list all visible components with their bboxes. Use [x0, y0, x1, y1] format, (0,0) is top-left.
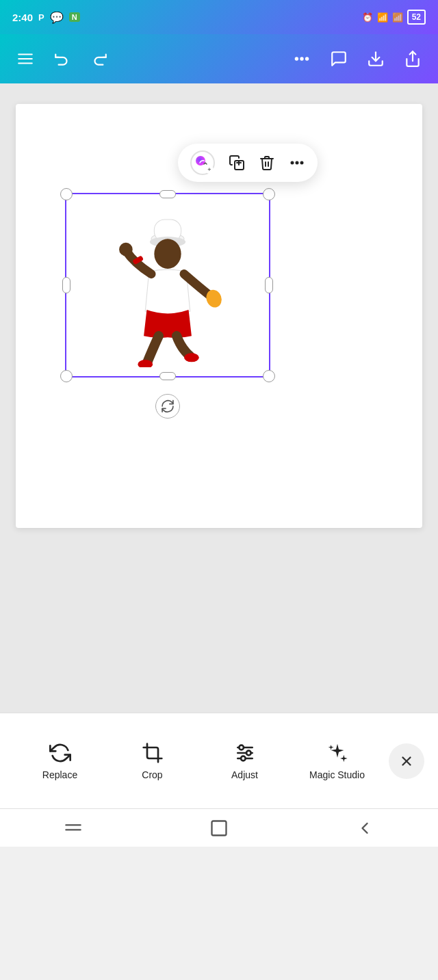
svg-point-3	[296, 57, 298, 59]
sparkle-icon	[326, 742, 348, 764]
ai-magic-button[interactable]: +	[190, 150, 215, 175]
duplicate-button[interactable]	[229, 155, 245, 171]
handle-top-left[interactable]	[60, 188, 73, 200]
status-bar: 2:40 P 💬 N ⏰ 📶 📶 52	[0, 0, 438, 34]
undo-button[interactable]	[53, 50, 71, 68]
rotate-handle[interactable]	[155, 394, 180, 419]
signal-icon: 📶	[377, 12, 388, 23]
handle-middle-right[interactable]	[265, 277, 273, 293]
bottom-toolbar: Replace Crop Adjust	[0, 713, 438, 808]
more-options-button[interactable]	[293, 50, 311, 68]
menu-button[interactable]	[16, 50, 34, 68]
replace-tool[interactable]: Replace	[14, 731, 106, 791]
nav-home-button[interactable]	[209, 819, 229, 838]
image-element[interactable]	[65, 193, 270, 378]
signal2-icon: 📶	[392, 12, 403, 23]
svg-point-13	[296, 162, 298, 164]
alarm-icon: ⏰	[362, 12, 373, 23]
svg-point-4	[300, 57, 302, 59]
adjust-label: Adjust	[231, 769, 258, 780]
whatsapp-icon: 💬	[50, 11, 64, 24]
svg-point-28	[246, 750, 251, 755]
nav-back-button[interactable]	[355, 819, 374, 838]
toolbar-left	[16, 50, 108, 68]
handle-bottom-right[interactable]	[263, 370, 275, 382]
share-button[interactable]	[404, 50, 422, 68]
nav-menu-button[interactable]	[64, 819, 83, 838]
status-right: ⏰ 📶 📶 52	[362, 10, 426, 25]
magic-studio-tool[interactable]: Magic Studio	[291, 731, 383, 791]
crop-icon	[142, 742, 164, 764]
handle-bottom-left[interactable]	[60, 370, 73, 382]
replace-label: Replace	[42, 769, 77, 780]
svg-point-29	[241, 756, 246, 760]
design-canvas[interactable]: +	[16, 104, 422, 528]
delete-button[interactable]	[259, 155, 275, 171]
adjust-tool[interactable]: Adjust	[198, 731, 291, 791]
svg-rect-34	[211, 821, 226, 835]
float-toolbar: +	[178, 144, 318, 182]
chat-button[interactable]	[330, 50, 348, 68]
handle-bottom-center[interactable]	[159, 372, 176, 380]
crop-label: Crop	[142, 769, 162, 780]
handle-middle-left[interactable]	[62, 277, 70, 293]
time: 2:40	[12, 12, 33, 23]
handle-top-center[interactable]	[159, 190, 176, 198]
magic-studio-label: Magic Studio	[309, 769, 365, 780]
status-left: 2:40 P 💬 N	[12, 11, 80, 24]
p-icon: P	[38, 12, 44, 23]
download-button[interactable]	[367, 50, 385, 68]
selection-box	[65, 193, 270, 378]
float-more-button[interactable]	[289, 155, 305, 171]
close-button[interactable]	[389, 743, 424, 779]
mid-area	[0, 548, 438, 713]
svg-point-12	[292, 162, 294, 164]
nav-bar	[0, 808, 438, 847]
svg-point-5	[306, 57, 308, 59]
battery-icon: 52	[407, 10, 426, 25]
svg-point-27	[239, 745, 244, 750]
n-icon: N	[69, 12, 80, 22]
adjust-icon	[234, 742, 256, 764]
replace-icon	[49, 742, 71, 764]
top-toolbar	[0, 34, 438, 83]
redo-button[interactable]	[90, 50, 108, 68]
toolbar-right	[293, 50, 422, 68]
svg-point-14	[301, 162, 303, 164]
handle-top-right[interactable]	[263, 188, 275, 200]
canvas-area: +	[0, 83, 438, 548]
crop-tool[interactable]: Crop	[106, 731, 198, 791]
